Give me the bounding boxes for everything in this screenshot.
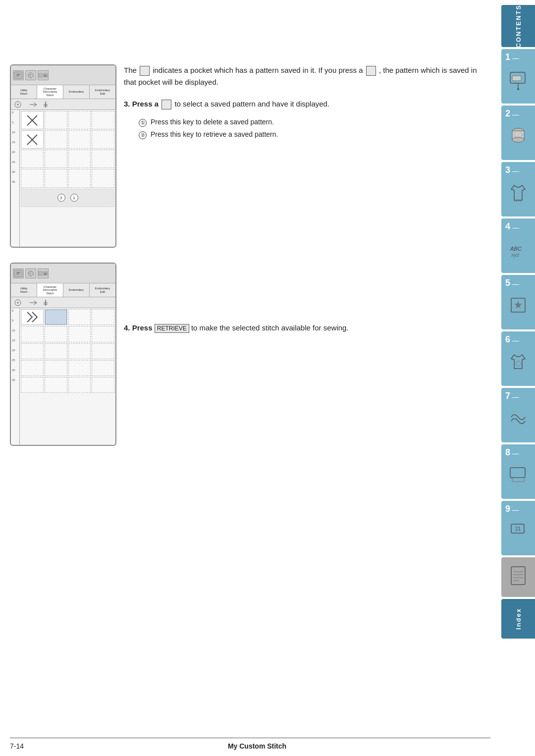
badge-1: 1: [70, 194, 78, 202]
grid-cell-e15[interactable]: [21, 377, 44, 393]
grid-cell-e2[interactable]: [92, 309, 114, 325]
sub-item-2: ② Press this key to retrieve a saved pat…: [139, 128, 490, 141]
circle-indicator: [14, 101, 26, 108]
grid-cell-empty11[interactable]: [21, 169, 44, 187]
screen1-tab-utility[interactable]: UtilityStitch: [11, 85, 37, 99]
index-label: Index: [515, 608, 522, 630]
grid-cell-e8[interactable]: [45, 343, 67, 359]
grid-cell-e3[interactable]: [21, 326, 44, 342]
sidebar-tab-4[interactable]: 4 — ABC xyz: [501, 218, 535, 273]
screen2-grid: [20, 308, 115, 445]
sidebar-tab-1[interactable]: 1 —: [501, 49, 535, 104]
machine-item-icon: [507, 464, 529, 488]
grid-cell-arrow1[interactable]: [21, 309, 44, 325]
grid-cell-empty12[interactable]: [45, 169, 67, 187]
svg-text:↑: ↑: [39, 272, 41, 275]
shirt-icon: [507, 181, 529, 206]
tab-number-2: 2: [505, 108, 510, 119]
svg-rect-23: [14, 72, 22, 79]
screen1-tab-character[interactable]: CharacterDecorativeStitch: [37, 85, 63, 99]
grid-cell-e7[interactable]: [21, 343, 44, 359]
svg-text:?: ?: [29, 74, 31, 77]
circle-1: ①: [139, 119, 147, 127]
grid-cell-e14[interactable]: [92, 360, 114, 376]
svg-line-37: [34, 105, 37, 107]
svg-rect-1: [512, 76, 521, 81]
grid-cell-e16[interactable]: [45, 377, 67, 393]
screen2-tab-character[interactable]: CharacterDecorativeStitch: [37, 283, 63, 297]
grid-cell-empty2[interactable]: [68, 111, 91, 129]
grid-cell-empty4[interactable]: [45, 130, 67, 149]
grid-cell-empty6[interactable]: [92, 130, 114, 149]
grid-cell-empty13[interactable]: [68, 169, 91, 187]
grid-cell-e6[interactable]: [92, 326, 114, 342]
screen2-tab-edit[interactable]: EmbroideryEdit: [90, 283, 115, 297]
step4-b: to make the selected stitch available fo…: [191, 324, 349, 332]
grid-cell-empty7[interactable]: [21, 150, 44, 168]
grid-cell-sel1[interactable]: [45, 309, 67, 325]
grid-cell-e11[interactable]: [21, 360, 44, 376]
grid-cell-e10[interactable]: [92, 343, 114, 359]
sidebar-contents-tab[interactable]: CONTENTS: [501, 5, 535, 47]
grid-cell-x1[interactable]: [21, 111, 44, 129]
sidebar-index-tab[interactable]: Index: [501, 599, 535, 639]
step4-item: 4. Press RETRIEVE to make the selected s…: [124, 322, 349, 334]
tab-number-9: 9: [505, 504, 510, 514]
sub-item-1: ① Press this key to delete a saved patte…: [139, 116, 490, 128]
svg-line-58: [34, 301, 37, 303]
sub1-text: Press this key to delete a saved pattern…: [151, 118, 274, 126]
grid-cell-e5[interactable]: [68, 326, 91, 342]
screen1-tabs: UtilityStitch CharacterDecorativeStitch …: [11, 85, 115, 99]
screen1-tab-embroidery[interactable]: Embroidery: [63, 85, 90, 99]
grid-cell-e9[interactable]: [68, 343, 91, 359]
sidebar-notes-tab[interactable]: [501, 557, 535, 597]
sidebar-tab-9[interactable]: 9 — 21: [501, 501, 535, 555]
sidebar-tab-8[interactable]: 8 —: [501, 444, 535, 499]
paragraph1: The indicates a pocket which has a patte…: [124, 64, 490, 88]
svg-line-59: [34, 303, 37, 305]
step4-number: 4. Press: [124, 324, 155, 332]
screen1-tab-edit[interactable]: EmbroideryEdit: [90, 85, 115, 99]
svg-point-13: [516, 361, 521, 366]
grid-cell-empty14[interactable]: [92, 169, 114, 187]
arrow-indicator: [29, 101, 39, 108]
svg-text:↑: ↑: [39, 74, 41, 77]
grid-cell-e17[interactable]: [68, 377, 91, 393]
grid-cell-x2[interactable]: [21, 130, 44, 149]
grid-cell-e12[interactable]: [45, 360, 67, 376]
screen1-icon1: [13, 70, 24, 80]
screen2-tab-utility[interactable]: UtilityStitch: [11, 283, 37, 297]
screen1-body: 0 5 10 15 20 25 30 35: [11, 110, 115, 247]
screen2-tab-embroidery[interactable]: Embroidery: [63, 283, 90, 297]
grid-cell-empty5[interactable]: [68, 130, 91, 149]
grid-cell-empty10[interactable]: [92, 150, 114, 168]
sidebar-tab-7[interactable]: 7 —: [501, 388, 535, 442]
grid-cell-e1[interactable]: [68, 309, 91, 325]
svg-text:xyz: xyz: [511, 252, 520, 258]
grid-cell-empty1[interactable]: [45, 111, 67, 129]
para1-b: indicates a pocket which has a pattern s…: [153, 66, 365, 74]
grid-cell-empty3[interactable]: [92, 111, 114, 129]
grid-cell-empty8[interactable]: [45, 150, 67, 168]
svg-text:▦: ▦: [44, 272, 47, 275]
tab-number-5: 5: [505, 278, 510, 288]
abc-embroidery-icon: ABC xyz: [507, 238, 529, 263]
sewing-machine-icon: [507, 68, 529, 93]
sidebar-tab-5[interactable]: 5 —: [501, 275, 535, 329]
grid-cell-empty9[interactable]: [68, 150, 91, 168]
sidebar-tab-2[interactable]: 2 —: [501, 106, 535, 160]
grid-cell-e18[interactable]: [92, 377, 114, 393]
footer-title: My Custom Stitch: [228, 742, 286, 750]
grid-cell-e4[interactable]: [45, 326, 67, 342]
grid-cell-e13[interactable]: [68, 360, 91, 376]
svg-point-3: [517, 88, 519, 90]
screen2-icon1: [13, 269, 24, 278]
upper-text-section: The indicates a pocket which has a patte…: [124, 64, 490, 141]
screen2-container: ? ↑ ▦ UtilityStitch CharacterDecorativeS…: [10, 263, 116, 446]
tab-number-6: 6: [505, 334, 510, 345]
screen2-controls: RETRIEVE DELETE CLOSE: [11, 445, 115, 446]
tab-number-8: 8: [505, 447, 510, 458]
sidebar-tab-3[interactable]: 3 —: [501, 162, 535, 216]
screen1-controls: RETRIEVE DELETE CLOSE: [11, 247, 115, 248]
sidebar-tab-6[interactable]: 6 —: [501, 331, 535, 386]
